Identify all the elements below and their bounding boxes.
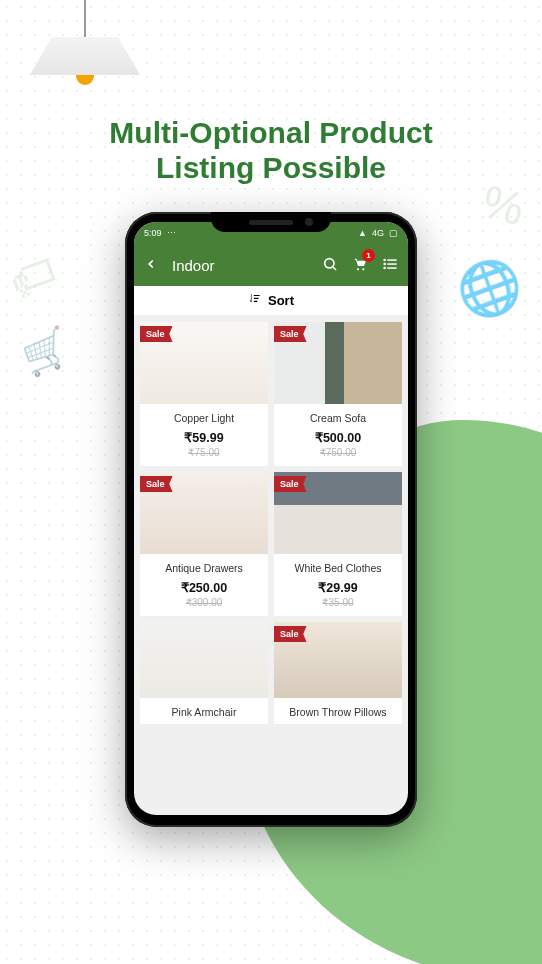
status-signal-icon: ▲ <box>358 228 367 238</box>
status-battery-icon: ▢ <box>389 228 398 238</box>
product-name: Copper Light <box>140 404 268 430</box>
sort-button[interactable]: Sort <box>134 286 408 316</box>
product-oldprice: ₹300.00 <box>140 595 268 616</box>
status-time: 5:09 <box>144 228 162 238</box>
product-thumb: Sale <box>140 322 268 404</box>
promo-headline-line2: Listing Possible <box>24 150 518 185</box>
product-thumb: Sale <box>140 472 268 554</box>
product-name: White Bed Clothes <box>274 554 402 580</box>
phone-notch <box>211 212 331 232</box>
product-card[interactable]: Sale White Bed Clothes ₹29.99 ₹35.00 <box>274 472 402 616</box>
svg-line-1 <box>333 267 336 270</box>
cart-badge: 1 <box>362 249 375 262</box>
svg-point-8 <box>383 266 386 269</box>
svg-point-2 <box>357 268 359 270</box>
svg-rect-9 <box>387 267 396 268</box>
appbar: Indoor 1 <box>134 244 408 286</box>
search-icon[interactable] <box>322 256 338 275</box>
product-thumb: Sale <box>274 322 402 404</box>
product-name: Pink Armchair <box>140 698 268 724</box>
product-oldprice: ₹75.00 <box>140 445 268 466</box>
lamp-decor <box>30 0 140 85</box>
sale-badge: Sale <box>140 326 173 342</box>
sale-badge: Sale <box>274 476 307 492</box>
promo-headline: Multi-Optional Product Listing Possible <box>0 115 542 186</box>
product-card[interactable]: Sale Copper Light ₹59.99 ₹75.00 <box>140 322 268 466</box>
product-thumb: Sale <box>274 472 402 554</box>
sale-badge: Sale <box>274 326 307 342</box>
cart-icon[interactable]: 1 <box>352 256 368 275</box>
svg-point-6 <box>383 262 386 265</box>
back-icon[interactable] <box>144 256 158 274</box>
product-price: ₹29.99 <box>274 580 402 595</box>
product-card[interactable]: Sale Antique Drawers ₹250.00 ₹300.00 <box>140 472 268 616</box>
product-name: Antique Drawers <box>140 554 268 580</box>
svg-point-0 <box>325 258 334 267</box>
product-grid: Sale Copper Light ₹59.99 ₹75.00 Sale Cre… <box>134 316 408 730</box>
svg-rect-5 <box>387 259 396 260</box>
phone-frame: 5:09 ⋯ ▲ 4G ▢ Indoor 1 <box>125 212 417 827</box>
status-network: 4G <box>372 228 384 238</box>
product-price: ₹500.00 <box>274 430 402 445</box>
product-name: Brown Throw Pillows <box>274 698 402 724</box>
sort-icon <box>248 292 262 310</box>
phone-screen: 5:09 ⋯ ▲ 4G ▢ Indoor 1 <box>134 222 408 815</box>
status-carrier-icon: ⋯ <box>167 228 176 238</box>
product-card[interactable]: Sale Cream Sofa ₹500.00 ₹750.00 <box>274 322 402 466</box>
product-card[interactable]: Sale Brown Throw Pillows <box>274 622 402 724</box>
product-oldprice: ₹750.00 <box>274 445 402 466</box>
product-thumb <box>140 622 268 698</box>
product-oldprice: ₹35.00 <box>274 595 402 616</box>
promo-headline-line1: Multi-Optional Product <box>24 115 518 150</box>
sale-badge: Sale <box>274 626 307 642</box>
svg-point-4 <box>383 258 386 261</box>
product-price: ₹59.99 <box>140 430 268 445</box>
product-thumb: Sale <box>274 622 402 698</box>
svg-rect-7 <box>387 263 396 264</box>
svg-point-3 <box>362 268 364 270</box>
page-title: Indoor <box>172 257 308 274</box>
product-card[interactable]: Pink Armchair <box>140 622 268 724</box>
product-price: ₹250.00 <box>140 580 268 595</box>
sort-label: Sort <box>268 293 294 308</box>
product-name: Cream Sofa <box>274 404 402 430</box>
sale-badge: Sale <box>140 476 173 492</box>
list-icon[interactable] <box>382 256 398 275</box>
